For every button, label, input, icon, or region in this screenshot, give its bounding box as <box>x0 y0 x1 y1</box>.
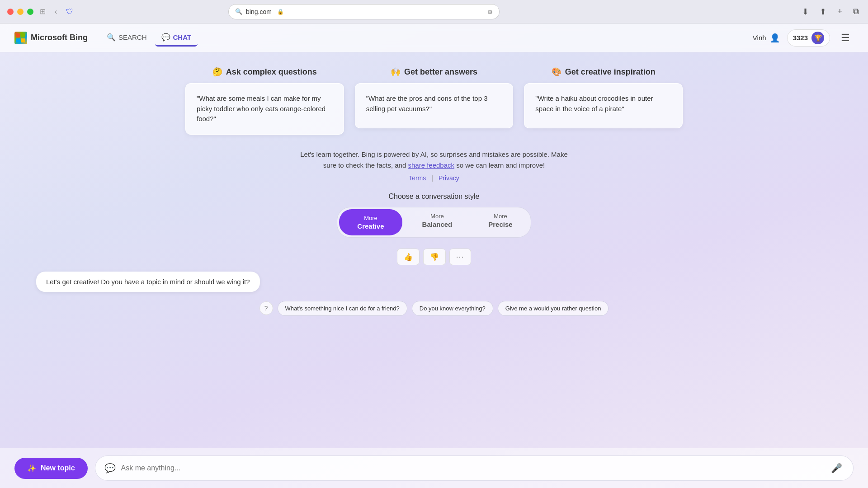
thumbs-up-button[interactable]: 👍 <box>397 249 420 265</box>
chat-message-bubble: Let's get creative! Do you have a topic … <box>36 272 260 292</box>
suggestions-row: ? What's something nice I can do for a f… <box>259 301 609 316</box>
bing-logo-text: Microsoft Bing <box>31 33 88 42</box>
creative-more-label: More <box>364 215 377 221</box>
terms-link[interactable]: Terms <box>409 174 426 182</box>
feature-ask-complex: 🤔 Ask complex questions "What are some m… <box>185 67 344 135</box>
new-topic-icon: ✨ <box>27 464 36 473</box>
chat-input[interactable] <box>121 464 829 472</box>
bing-header-right: Vinh 👤 3323 🏆 ☰ <box>753 29 854 47</box>
suggestion-chip-2[interactable]: Give me a would you rather question <box>498 301 609 316</box>
feature-row: 🤔 Ask complex questions "What are some m… <box>185 67 683 135</box>
chat-message-text: Let's get creative! Do you have a topic … <box>46 278 250 286</box>
user-icon[interactable]: 👤 <box>770 33 780 43</box>
share-icon[interactable]: ⬆ <box>818 5 828 19</box>
bing-logo-icon <box>14 32 27 44</box>
svg-rect-3 <box>21 38 25 42</box>
shield-icon[interactable]: 🛡 <box>63 6 76 18</box>
creative-title-text: Get creative inspiration <box>565 67 656 77</box>
info-text-2: sure to check the facts, and <box>323 161 406 169</box>
mac-window-controls <box>7 9 33 15</box>
mic-button[interactable]: 🎤 <box>829 461 844 475</box>
suggestion-chip-1[interactable]: Do you know everything? <box>412 301 493 316</box>
privacy-link[interactable]: Privacy <box>439 174 459 182</box>
close-button[interactable] <box>7 9 14 15</box>
balanced-more-label: More <box>430 213 444 220</box>
ask-card-text: "What are some meals I can make for my p… <box>197 94 333 124</box>
svg-rect-2 <box>16 38 20 42</box>
fullscreen-button[interactable] <box>27 9 33 15</box>
download-icon[interactable]: ⬇ <box>800 5 811 19</box>
address-bar[interactable]: 🔍 bing.com 🔒 ⊕ <box>228 4 500 19</box>
balanced-style-label: Balanced <box>422 221 453 228</box>
url-text: bing.com <box>246 8 272 15</box>
bottom-bar: ✨ New topic 💬 🎤 <box>0 448 868 488</box>
precise-more-label: More <box>494 213 507 220</box>
conv-btn-balanced[interactable]: More Balanced <box>404 207 471 237</box>
browser-content: Microsoft Bing 🔍 SEARCH 💬 CHAT Vinh 👤 33… <box>0 23 868 488</box>
precise-style-label: Precise <box>488 221 512 228</box>
conv-style-selector: More Creative More Balanced More Precise <box>337 207 531 238</box>
toolbar-right: ⬇ ⬆ + ⧉ <box>800 5 861 19</box>
feature-better-answers: 🙌 Get better answers "What are the pros … <box>355 67 514 135</box>
conv-style-label: Choose a conversation style <box>389 192 480 201</box>
main-content: 🤔 Ask complex questions "What are some m… <box>0 52 868 448</box>
new-topic-label: New topic <box>41 464 75 472</box>
more-options-button[interactable]: ··· <box>449 249 471 265</box>
terms-row: Terms | Privacy <box>409 174 459 182</box>
question-icon-text: ? <box>264 305 268 312</box>
better-card-text: "What are the pros and cons of the top 3… <box>366 94 502 114</box>
points-value: 3323 <box>793 34 808 42</box>
chat-nav-icon: 💬 <box>161 33 170 42</box>
bing-nav: 🔍 SEARCH 💬 CHAT <box>100 29 198 47</box>
feature-creative: 🎨 Get creative inspiration "Write a haik… <box>524 67 683 135</box>
question-icon: ? <box>259 301 273 315</box>
nav-search[interactable]: 🔍 SEARCH <box>100 29 153 47</box>
ask-title-text: Ask complex questions <box>226 67 317 77</box>
bing-header: Microsoft Bing 🔍 SEARCH 💬 CHAT Vinh 👤 33… <box>0 23 868 52</box>
chat-input-container: 💬 🎤 <box>95 455 854 481</box>
nav-chat[interactable]: 💬 CHAT <box>155 29 198 47</box>
svg-rect-0 <box>16 33 20 38</box>
creative-style-label: Creative <box>357 222 384 230</box>
ask-emoji: 🤔 <box>212 67 222 77</box>
search-nav-icon: 🔍 <box>107 33 116 42</box>
conv-btn-creative[interactable]: More Creative <box>339 209 402 235</box>
better-emoji: 🙌 <box>391 67 401 77</box>
better-title-text: Get better answers <box>404 67 477 77</box>
lock-icon: 🔒 <box>277 9 284 15</box>
user-section: Vinh 👤 <box>753 33 780 43</box>
feature-ask-card[interactable]: "What are some meals I can make for my p… <box>185 83 344 135</box>
tabs-icon[interactable]: ⧉ <box>851 5 861 18</box>
sidebar-toggle-icon[interactable]: ⊞ <box>37 5 48 18</box>
share-feedback-link[interactable]: share feedback <box>408 161 454 169</box>
username-label: Vinh <box>753 34 766 42</box>
mac-titlebar: ⊞ ‹ 🛡 🔍 bing.com 🔒 ⊕ ⬇ ⬆ + ⧉ <box>0 0 868 23</box>
nav-search-label: SEARCH <box>118 33 147 41</box>
feature-better-card[interactable]: "What are the pros and cons of the top 3… <box>355 83 514 128</box>
back-button[interactable]: ‹ <box>52 6 60 18</box>
minimize-button[interactable] <box>17 9 24 15</box>
center-column: Let's learn together. Bing is powered by… <box>36 149 832 325</box>
new-tab-icon[interactable]: + <box>835 5 844 18</box>
feature-creative-card[interactable]: "Write a haiku about crocodiles in outer… <box>524 83 683 128</box>
info-text: Let's learn together. Bing is powered by… <box>300 149 568 171</box>
creative-card-text: "Write a haiku about crocodiles in outer… <box>535 94 671 114</box>
creative-emoji: 🎨 <box>552 67 561 77</box>
thumbs-down-button[interactable]: 👎 <box>423 249 446 265</box>
svg-rect-1 <box>21 33 25 38</box>
feature-creative-title: 🎨 Get creative inspiration <box>552 67 656 77</box>
suggestion-chip-0[interactable]: What's something nice I can do for a fri… <box>278 301 407 316</box>
feature-better-title: 🙌 Get better answers <box>391 67 477 77</box>
browser-action-icon[interactable]: ⊕ <box>487 8 493 15</box>
new-topic-button[interactable]: ✨ New topic <box>14 458 88 479</box>
feature-ask-title: 🤔 Ask complex questions <box>212 67 317 77</box>
info-text-3: so we can learn and improve! <box>456 161 545 169</box>
nav-chat-label: CHAT <box>173 33 192 41</box>
terms-separator: | <box>431 174 433 182</box>
trophy-icon: 🏆 <box>811 32 824 44</box>
search-icon: 🔍 <box>235 8 242 15</box>
info-text-1: Let's learn together. Bing is powered by… <box>300 150 568 158</box>
chat-input-icon: 💬 <box>104 463 116 474</box>
conv-btn-precise[interactable]: More Precise <box>470 207 530 237</box>
hamburger-menu[interactable]: ☰ <box>837 30 854 46</box>
